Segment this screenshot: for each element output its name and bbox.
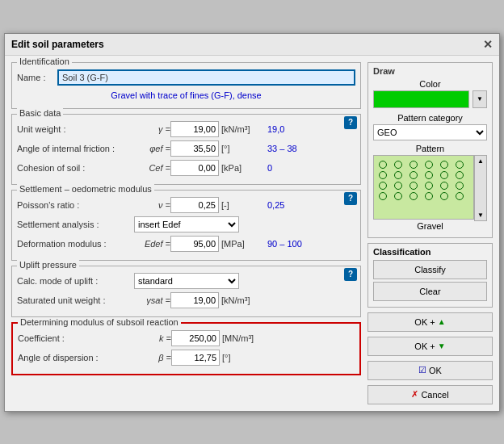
calc-mode-label: Calc. mode of uplift : xyxy=(17,276,134,286)
deform-label: Deformation modulus : xyxy=(17,239,134,249)
settlement-label: Settlement – oedometric modulus xyxy=(17,184,154,194)
deform-symbol: Edef = xyxy=(134,239,170,249)
dot xyxy=(379,161,387,169)
unit-weight-unit: [kN/m³] xyxy=(221,124,262,134)
dot xyxy=(394,171,402,179)
deform-input[interactable] xyxy=(170,236,219,252)
color-swatch[interactable] xyxy=(373,90,469,108)
dot xyxy=(456,182,464,190)
draw-section: Draw Color ▼ Pattern category GEO xyxy=(368,62,493,238)
ok-down-label: OK + xyxy=(414,341,435,351)
pattern-area[interactable] xyxy=(373,155,474,220)
settlement-analysis-select[interactable]: insert Edef xyxy=(134,216,239,232)
basic-data-content: Unit weight : γ = [kN/m³] 19,0 Angle of … xyxy=(17,121,355,176)
uplift-help-icon[interactable]: ? xyxy=(344,268,357,281)
dot xyxy=(440,171,448,179)
dot xyxy=(394,182,402,190)
poisson-symbol: ν = xyxy=(134,200,170,210)
deform-input-wrap: [MPa] 90 – 100 xyxy=(170,236,302,252)
color-dropdown-button[interactable]: ▼ xyxy=(472,90,487,108)
unit-weight-input[interactable] xyxy=(170,121,219,137)
pattern-cat-wrap: GEO xyxy=(373,124,487,140)
ok-button[interactable]: ☑ OK xyxy=(368,361,493,380)
classification-title: Classification xyxy=(373,247,487,257)
dot xyxy=(456,161,464,169)
pattern-cat-select[interactable]: GEO xyxy=(373,124,487,140)
unit-weight-input-wrap: [kN/m³] 19,0 xyxy=(170,121,284,137)
sat-symbol: γsat = xyxy=(134,295,170,305)
settlement-analysis-wrap: insert Edef xyxy=(134,216,239,232)
friction-symbol: φef = xyxy=(134,144,170,153)
dot xyxy=(440,192,448,200)
dot xyxy=(379,171,387,179)
settlement-help-icon[interactable]: ? xyxy=(344,192,357,205)
title-bar: Edit soil parameters ✕ xyxy=(5,34,499,56)
color-label: Color xyxy=(373,79,487,89)
dot xyxy=(425,171,433,179)
ok-up-button[interactable]: OK + ▲ xyxy=(368,312,493,332)
cancel-label: Cancel xyxy=(421,390,448,400)
subsoil-group: Determining modulus of subsoil reaction … xyxy=(11,322,361,375)
cohesion-row: Cohesion of soil : Cef = [kPa] 0 xyxy=(17,160,355,176)
pattern-name: Gravel xyxy=(373,221,487,231)
angle-input[interactable] xyxy=(171,350,220,366)
name-label: Name : xyxy=(17,73,57,82)
cohesion-input[interactable] xyxy=(170,160,219,176)
deform-row: Deformation modulus : Edef = [MPa] 90 – … xyxy=(17,236,355,252)
name-input[interactable] xyxy=(57,69,355,86)
dot xyxy=(410,161,418,169)
friction-input[interactable] xyxy=(170,140,219,157)
identification-group: Identification Name : Gravel with trace … xyxy=(11,62,361,109)
draw-title: Draw xyxy=(373,66,487,76)
cohesion-label: Cohesion of soil : xyxy=(17,163,134,173)
coeff-input[interactable] xyxy=(171,330,220,346)
angle-row: Angle of dispersion : β = [°] xyxy=(18,350,355,366)
identification-content: Name : Gravel with trace of fines (G-F),… xyxy=(17,69,355,100)
classification-section: Classification Classify Clear xyxy=(368,243,493,308)
subsoil-content: Coefficient : k = [MN/m³] Angle of dispe… xyxy=(18,330,355,366)
basic-data-group: Basic data Unit weight : γ = [kN/m³] 19,… xyxy=(11,114,361,185)
poisson-input[interactable] xyxy=(170,197,219,213)
friction-hint: 33 – 38 xyxy=(267,144,297,153)
cohesion-unit: [kPa] xyxy=(221,163,262,173)
identification-label: Identification xyxy=(17,57,72,66)
poisson-row: Poisson's ratio : ν = [-] 0,25 xyxy=(17,197,355,213)
cohesion-symbol: Cef = xyxy=(134,163,170,173)
calc-mode-select[interactable]: standard xyxy=(134,273,239,289)
pattern-cat-label: Pattern category xyxy=(373,113,487,123)
basic-data-help-icon[interactable]: ? xyxy=(344,116,357,129)
bottom-buttons: OK + ▲ OK + ▼ ☑ OK ✗ Cancel xyxy=(368,312,493,404)
uplift-label: Uplift pressure xyxy=(17,260,79,270)
down-arrow-icon: ▼ xyxy=(438,341,446,350)
sat-input-wrap: [kN/m³] xyxy=(170,292,262,308)
color-container: Color ▼ xyxy=(373,79,487,108)
angle-symbol: β = xyxy=(135,353,171,362)
pattern-label-title: Pattern xyxy=(373,144,487,153)
uplift-content: Calc. mode of uplift : standard Saturate… xyxy=(17,273,355,308)
dot xyxy=(379,192,387,200)
unit-weight-row: Unit weight : γ = [kN/m³] 19,0 xyxy=(17,121,355,137)
dot xyxy=(456,192,464,200)
cancel-button[interactable]: ✗ Cancel xyxy=(368,385,493,404)
pattern-scroll[interactable]: ▲ ▼ xyxy=(474,155,487,221)
settlement-content: Poisson's ratio : ν = [-] 0,25 Settlemen… xyxy=(17,197,355,252)
unit-weight-hint: 19,0 xyxy=(267,124,284,134)
sat-input[interactable] xyxy=(170,292,219,308)
dot xyxy=(456,171,464,179)
unit-weight-symbol: γ = xyxy=(134,124,170,134)
clear-button[interactable]: Clear xyxy=(373,282,487,301)
pattern-display-row: ▲ ▼ xyxy=(373,155,487,221)
calc-mode-wrap: standard xyxy=(134,273,239,289)
ok-down-button[interactable]: OK + ▼ xyxy=(368,337,493,356)
classify-button[interactable]: Classify xyxy=(373,260,487,279)
basic-data-label: Basic data xyxy=(17,108,63,118)
angle-label: Angle of dispersion : xyxy=(18,353,135,362)
coeff-input-wrap: [MN/m³] xyxy=(171,330,262,346)
unit-weight-label: Unit weight : xyxy=(17,124,134,134)
pattern-container: Pattern xyxy=(373,144,487,231)
ok-label: OK xyxy=(429,366,442,375)
settlement-group: Settlement – oedometric modulus Poisson'… xyxy=(11,190,361,261)
close-button[interactable]: ✕ xyxy=(483,38,493,51)
color-row: ▼ xyxy=(373,90,487,108)
subsoil-label: Determining modulus of subsoil reaction xyxy=(18,317,181,327)
